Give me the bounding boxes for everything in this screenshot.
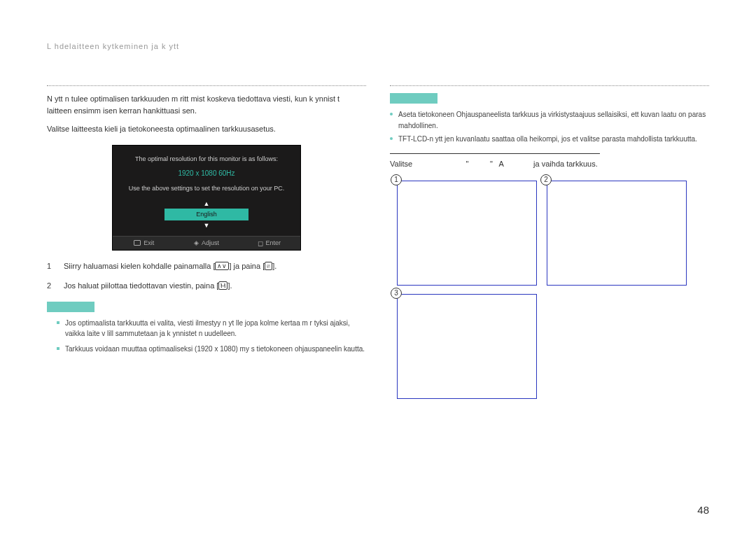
valitse-q2: " <box>490 160 493 168</box>
step-text: Jos haluat piilottaa tiedottavan viestin… <box>64 280 232 292</box>
osd-language-value: English <box>164 209 248 220</box>
screenshot-placeholder-2: 2 <box>547 181 687 286</box>
dotted-separator-right <box>390 85 709 86</box>
image-number-2: 2 <box>540 174 552 185</box>
note-tag-right <box>390 93 438 104</box>
osd-adjust: ◈ Adjust <box>175 239 237 246</box>
note-content-right: Aseta tietokoneen Ohjauspaneelista tarkk… <box>390 105 709 145</box>
osd-up-arrow: ▲ <box>164 200 248 207</box>
note-box-left: Jos optimaalista tarkkuutta ei valita, v… <box>47 302 366 355</box>
note-tag-left <box>47 302 94 312</box>
note-item: Aseta tietokoneen Ohjauspaneelista tarkk… <box>390 109 709 131</box>
note-item: Tarkkuus voidaan muuttaa optimaaliseksi … <box>57 344 366 355</box>
sub-bullet-icon <box>390 137 393 140</box>
osd-resolution: 1920 x 1080 60Hz <box>122 168 290 179</box>
source-icon: ⎚ <box>265 262 272 270</box>
osd-enter-label: Enter <box>266 239 281 246</box>
step-text: Siirry haluamasi kielen kohdalle painama… <box>64 260 276 272</box>
content-columns: N ytt n tulee optimalisen tarkkuuden m r… <box>47 85 709 513</box>
osd-down-arrow: ▼ <box>164 222 248 229</box>
adjust-icon: ◈ <box>194 239 199 246</box>
osd-language-selector: ▲ English ▼ <box>164 200 248 228</box>
valitse-instruction: Valitse " " A ja vaihda tarkkuus. <box>390 160 709 168</box>
note-item: TFT-LCD-n ytt jen kuvanlaatu saattaa oll… <box>390 134 709 145</box>
right-column: Aseta tietokoneen Ohjauspaneelista tarkk… <box>390 85 709 513</box>
note-item: Jos optimaalista tarkkuutta ei valita, v… <box>57 318 366 339</box>
osd-enter: ◻ Enter <box>238 239 300 247</box>
left-column: N ytt n tulee optimalisen tarkkuuden m r… <box>47 85 366 513</box>
enter-icon: ◻ <box>258 239 263 247</box>
screenshot-placeholder-1: 1 <box>397 181 537 286</box>
arrows-icon: ∧∨ <box>215 262 229 270</box>
steps-list: 1 Siirry haluamasi kielen kohdalle paina… <box>47 260 366 292</box>
valitse-q1: " <box>466 160 469 168</box>
dotted-separator-left <box>47 85 366 86</box>
osd-adjust-label: Adjust <box>202 239 219 246</box>
intro-para-2: Valitse laitteesta kieli ja tietokoneest… <box>47 123 366 135</box>
page-header: L hdelaitteen kytkeminen ja k ytt <box>47 42 709 50</box>
osd-body: The optimal resolution for this monitor … <box>113 146 300 236</box>
osd-exit: Exit <box>113 239 175 246</box>
step-number: 2 <box>47 280 57 292</box>
step1-pre: Siirry haluamasi kielen kohdalle painama… <box>64 262 215 270</box>
valitse-post: ja vaihda tarkkuus. <box>533 160 598 168</box>
intro-para-1: N ytt n tulee optimalisen tarkkuuden m r… <box>47 93 366 116</box>
step-2: 2 Jos haluat piilottaa tiedottavan viest… <box>47 280 366 292</box>
osd-exit-label: Exit <box>144 239 154 246</box>
step1-post: ]. <box>272 262 276 270</box>
note-text: Aseta tietokoneen Ohjauspaneelista tarkk… <box>398 109 709 131</box>
image-number-1: 1 <box>391 174 402 185</box>
page-number: 48 <box>697 504 709 516</box>
note-box-right: Aseta tietokoneen Ohjauspaneelista tarkk… <box>390 93 709 145</box>
osd-button-bar: Exit ◈ Adjust ◻ Enter <box>113 236 300 250</box>
step2-post: ]. <box>227 281 232 290</box>
bullet-icon <box>57 347 59 350</box>
step-1: 1 Siirry haluamasi kielen kohdalle paina… <box>47 260 366 272</box>
step2-pre: Jos haluat piilottaa tiedottavan viestin… <box>64 281 218 290</box>
bullet-icon <box>57 321 59 324</box>
note-text: Jos optimaalista tarkkuutta ei valita, v… <box>65 318 366 339</box>
valitse-a: A <box>499 160 504 168</box>
step1-mid: ] ja paina [ <box>229 262 265 270</box>
valitse-pre: Valitse <box>390 160 412 168</box>
sub-bullet-icon <box>390 113 393 115</box>
note-content-left: Jos optimaalista tarkkuutta ei valita, v… <box>47 314 366 355</box>
step-number: 1 <box>47 260 57 272</box>
note-text: TFT-LCD-n ytt jen kuvanlaatu saattaa oll… <box>398 134 697 145</box>
note-text: Tarkkuus voidaan muuttaa optimaaliseksi … <box>65 344 365 355</box>
menu-icon: Ⲙ <box>218 281 227 290</box>
screenshot-placeholder-3: 3 <box>397 294 537 399</box>
exit-icon <box>134 240 141 246</box>
osd-dialog: The optimal resolution for this monitor … <box>112 145 301 251</box>
image-number-3: 3 <box>391 288 402 299</box>
osd-instruction-2: Use the above settings to set the resolu… <box>122 183 290 193</box>
osd-instruction-1: The optimal resolution for this monitor … <box>122 154 290 164</box>
solid-separator <box>390 153 600 154</box>
